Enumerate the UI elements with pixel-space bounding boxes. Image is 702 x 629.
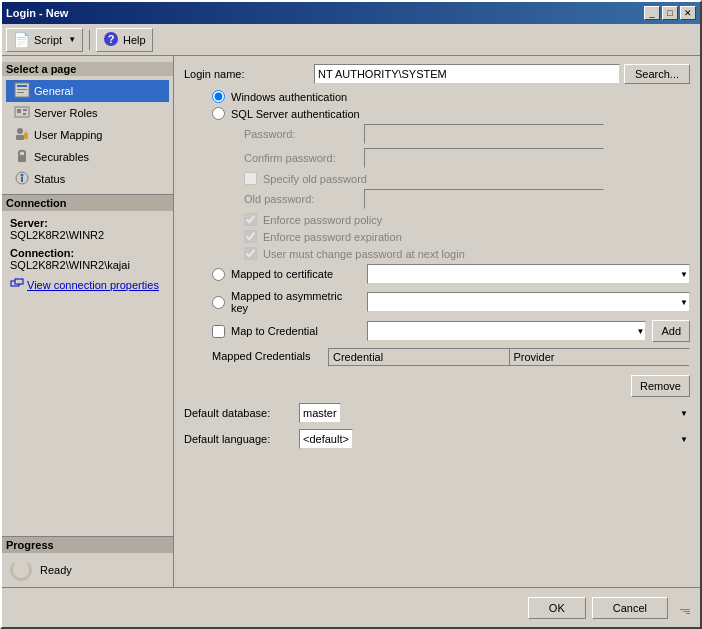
enforce-expiration-row: Enforce password expiration [184, 230, 690, 243]
map-credential-label[interactable]: Map to Credential [231, 325, 361, 337]
svg-rect-19 [15, 279, 23, 284]
must-change-checkbox[interactable] [244, 247, 257, 260]
progress-spinner [10, 559, 32, 581]
maximize-button[interactable]: □ [662, 6, 678, 20]
main-content: Select a page General Server Roles [2, 56, 700, 587]
progress-content: Ready [10, 559, 165, 581]
search-button[interactable]: Search... [624, 64, 690, 84]
credential-table: Credential Provider [328, 348, 690, 367]
script-label: Script [34, 34, 62, 46]
mapped-key-select[interactable] [367, 292, 690, 312]
sidebar-item-status-label: Status [34, 173, 65, 185]
sidebar-item-status[interactable]: Status [6, 168, 169, 190]
password-input[interactable] [364, 124, 604, 144]
svg-rect-3 [17, 85, 27, 87]
mapped-cert-row: Mapped to certificate [184, 264, 690, 284]
sidebar-item-general[interactable]: General [6, 80, 169, 102]
sidebar-item-server-roles-label: Server Roles [34, 107, 98, 119]
mapped-credentials-label: Mapped Credentials [212, 348, 322, 362]
mapped-key-radio[interactable] [212, 296, 225, 309]
sidebar-item-server-roles[interactable]: Server Roles [6, 102, 169, 124]
svg-rect-4 [17, 89, 27, 90]
resize-grip[interactable] [678, 602, 690, 614]
grip-line-2 [683, 611, 690, 612]
sql-auth-radio[interactable] [212, 107, 225, 120]
enforce-policy-row: Enforce password policy [184, 213, 690, 226]
main-window: Login - New _ □ ✕ 📄 Script ▼ ? Help [0, 0, 702, 629]
connection-value: SQL2K8R2\WINR2\kajai [10, 259, 165, 271]
help-button[interactable]: ? Help [96, 28, 153, 52]
specify-old-password-row: Specify old password [184, 172, 690, 185]
svg-rect-8 [23, 109, 27, 111]
server-value: SQL2K8R2\WINR2 [10, 229, 165, 241]
remove-btn-container: Remove [328, 371, 690, 397]
sidebar-progress-section: Progress Ready [2, 536, 173, 587]
login-name-row: Login name: Search... [184, 64, 690, 84]
default-database-select[interactable]: master [299, 403, 341, 423]
svg-rect-5 [17, 92, 24, 93]
script-button[interactable]: 📄 Script ▼ [6, 28, 83, 52]
sql-auth-label[interactable]: SQL Server authentication [231, 108, 360, 120]
minimize-button[interactable]: _ [644, 6, 660, 20]
enforce-expiration-label[interactable]: Enforce password expiration [263, 231, 402, 243]
connection-label: Connection: [10, 247, 165, 259]
map-credential-select[interactable] [367, 321, 646, 341]
svg-point-10 [17, 128, 23, 134]
progress-status: Ready [40, 564, 72, 576]
ok-button[interactable]: OK [528, 597, 586, 619]
close-button[interactable]: ✕ [680, 6, 696, 20]
login-name-input[interactable] [314, 64, 620, 84]
securables-icon [14, 148, 30, 166]
must-change-label[interactable]: User must change password at next login [263, 248, 465, 260]
sidebar: Select a page General Server Roles [2, 56, 174, 587]
confirm-password-row: Confirm password: [244, 148, 690, 168]
enforce-policy-label[interactable]: Enforce password policy [263, 214, 382, 226]
svg-text:?: ? [108, 33, 115, 45]
sidebar-section-pages: Select a page General Server Roles [2, 56, 173, 194]
sidebar-item-user-mapping[interactable]: User Mapping [6, 124, 169, 146]
mapped-cert-select[interactable] [367, 264, 690, 284]
svg-point-16 [21, 174, 24, 177]
default-language-row: Default language: <default> [184, 429, 690, 449]
mapped-key-label[interactable]: Mapped to asymmetric key [231, 290, 361, 314]
server-label: Server: [10, 217, 165, 229]
content-panel: Login name: Search... Windows authentica… [174, 56, 700, 587]
view-connection-link[interactable]: View connection properties [10, 277, 165, 293]
sidebar-connection-section: Connection Server: SQL2K8R2\WINR2 Connec… [2, 194, 173, 536]
specify-old-password-label[interactable]: Specify old password [263, 173, 367, 185]
mapped-cert-radio[interactable] [212, 268, 225, 281]
map-credential-checkbox[interactable] [212, 325, 225, 338]
link-icon [10, 277, 24, 293]
remove-button[interactable]: Remove [631, 375, 690, 397]
default-language-label: Default language: [184, 433, 299, 445]
toolbar: 📄 Script ▼ ? Help [2, 24, 700, 56]
windows-auth-radio[interactable] [212, 90, 225, 103]
enforce-expiration-checkbox[interactable] [244, 230, 257, 243]
add-button[interactable]: Add [652, 320, 690, 342]
windows-auth-label[interactable]: Windows authentication [231, 91, 347, 103]
specify-old-password-checkbox[interactable] [244, 172, 257, 185]
cancel-button[interactable]: Cancel [592, 597, 668, 619]
default-language-wrapper: <default> [299, 429, 690, 449]
view-connection-label: View connection properties [27, 279, 159, 291]
mapped-cert-label[interactable]: Mapped to certificate [231, 268, 361, 280]
server-roles-icon [14, 104, 30, 122]
old-password-subform: Old password: [184, 189, 690, 209]
window-body: 📄 Script ▼ ? Help Select a page [2, 24, 700, 627]
provider-col-header: Provider [510, 349, 690, 365]
login-name-label: Login name: [184, 68, 314, 80]
window-title: Login - New [6, 7, 68, 19]
script-dropdown-arrow: ▼ [68, 35, 76, 44]
default-language-select[interactable]: <default> [299, 429, 353, 449]
confirm-password-input[interactable] [364, 148, 604, 168]
old-password-input[interactable] [364, 189, 604, 209]
help-label: Help [123, 34, 146, 46]
credentials-container: Credential Provider Remove [328, 348, 690, 397]
user-mapping-icon [14, 126, 30, 144]
must-change-row: User must change password at next login [184, 247, 690, 260]
progress-header: Progress [2, 537, 173, 553]
mapped-credentials-section: Mapped Credentials Credential Provider R… [184, 348, 690, 397]
sidebar-item-securables[interactable]: Securables [6, 146, 169, 168]
enforce-policy-checkbox[interactable] [244, 213, 257, 226]
sidebar-item-general-label: General [34, 85, 73, 97]
